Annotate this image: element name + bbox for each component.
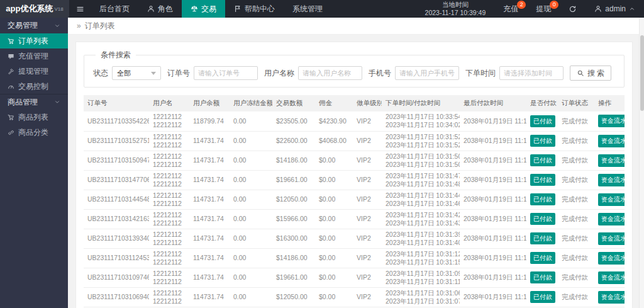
table-row: UB23111710314216381221211212212112114731…: [84, 209, 625, 229]
sidebar-item-withdraw-management[interactable]: 提现管理: [0, 64, 68, 79]
cell-user-name: 1221211212212112: [149, 111, 189, 131]
local-time-value: 2023-11-17 10:39:49: [425, 9, 486, 17]
cell-actions: 资金流水: [594, 287, 625, 307]
cell-order-status: 完成付款: [558, 248, 594, 268]
user-name-input[interactable]: [298, 66, 362, 80]
col-user-balance: 用户余额: [189, 95, 230, 111]
fund-flow-button[interactable]: 资金流水: [598, 232, 625, 245]
cell-user-name: 1221211212212112: [149, 248, 189, 268]
fund-flow-button[interactable]: 资金流水: [598, 193, 625, 206]
cell-paid: 已付款: [526, 170, 558, 190]
orders-table: 订单号 用户名 用户余额 用户冻结金额 交易数额 佣金 做单级别 下单时间/付款…: [84, 95, 625, 308]
fund-flow-button[interactable]: 资金流水: [598, 135, 625, 147]
nav-item-help-center[interactable]: 帮助中心: [225, 0, 284, 18]
cell-frozen-amount: 0.00: [230, 248, 272, 268]
cell-order-status: 完成付款: [558, 170, 594, 190]
sidebar-item-label: 商品分类: [18, 127, 48, 138]
fund-flow-button[interactable]: 资金流水: [598, 154, 625, 167]
cell-level: VIP2: [353, 111, 382, 131]
local-time: 当地时间 2023-11-17 10:39:49: [416, 0, 495, 18]
cell-order-status: 完成付款: [558, 229, 594, 248]
withdraw-button[interactable]: 提现 0: [527, 0, 560, 18]
cart-icon: [8, 38, 14, 45]
cell-last-pay-time: 2038年01月19日 11:14:07: [460, 151, 526, 170]
order-time-input[interactable]: [499, 66, 564, 80]
cell-last-pay-time: 2038年01月19日 11:14:07: [460, 190, 526, 209]
cell-user-balance: 118799.74: [189, 111, 230, 131]
cell-trade-amount: $22600.00: [272, 131, 315, 151]
phone-input[interactable]: [395, 66, 459, 80]
cell-level: VIP2: [353, 268, 382, 287]
nav-item-trade[interactable]: 交易: [182, 0, 225, 18]
flag-icon: [234, 5, 242, 13]
sidebar-item-order-list[interactable]: 订单列表: [0, 33, 68, 48]
fund-flow-button[interactable]: 资金流水: [598, 291, 625, 304]
cell-user-balance: 114731.74: [189, 209, 230, 229]
nav-label: 后台首页: [99, 4, 130, 14]
sidebar-item-trade-control[interactable]: 交易控制: [0, 79, 68, 94]
cell-level: VIP2: [353, 229, 382, 248]
cell-paid: 已付款: [526, 131, 558, 151]
nav-item-roles[interactable]: 角色: [138, 0, 182, 18]
admin-menu[interactable]: admin: [586, 0, 644, 18]
fund-flow-button[interactable]: 资金流水: [598, 271, 625, 284]
cell-last-pay-time: 2038年01月19日 11:14:07: [460, 287, 526, 307]
cell-order-status: 完成付款: [558, 209, 594, 229]
sidebar-group-trade-management[interactable]: 交易管理: [0, 18, 68, 33]
link-icon: [8, 129, 14, 136]
cell-commission: $0.00: [315, 248, 353, 268]
cell-actions: 资金流水: [594, 131, 625, 151]
cell-actions: 资金流水: [594, 248, 625, 268]
recharge-button[interactable]: 充值 2: [494, 0, 527, 18]
cell-order-status: 完成付款: [558, 151, 594, 170]
paid-badge: 已付款: [530, 154, 555, 166]
person-icon: [594, 5, 602, 13]
cell-order-no: UB2311171033542268: [84, 111, 149, 131]
nav-item-system[interactable]: 系统管理: [284, 0, 331, 18]
vertical-scrollbar[interactable]: [639, 18, 644, 308]
search-button[interactable]: 搜 索: [570, 66, 611, 81]
cell-paid: 已付款: [526, 268, 558, 287]
cell-paid: 已付款: [526, 287, 558, 307]
cell-order-status: 完成付款: [558, 190, 594, 209]
sidebar-item-recharge-management[interactable]: 充值管理: [0, 48, 68, 64]
cell-order-pay-time: 2023年11月17日 10:31:392023年11月17日 10:31:40: [382, 229, 460, 248]
sidebar-item-product-list[interactable]: 商品列表: [0, 110, 68, 125]
app-logo: app优化系统V18: [0, 0, 69, 18]
cell-actions: 资金流水: [594, 209, 625, 229]
cell-trade-amount: $19661.00: [272, 170, 315, 190]
sidebar-item-product-category[interactable]: 商品分类: [0, 125, 68, 140]
refresh-button[interactable]: [560, 0, 586, 18]
fund-flow-button[interactable]: 资金流水: [598, 174, 625, 186]
menu-toggle-button[interactable]: [69, 0, 91, 18]
cell-order-status: 完成付款: [558, 131, 594, 151]
cell-order-pay-time: 2023年11月17日 10:33:542023年11月17日 10:34:02: [382, 111, 460, 131]
nav-item-home[interactable]: 后台首页: [91, 0, 138, 18]
col-last-pay-time: 最后付款时间: [460, 95, 526, 111]
cell-frozen-amount: 0.00: [230, 131, 272, 151]
paid-badge: 已付款: [530, 174, 555, 186]
person-icon: [147, 5, 155, 13]
cell-user-name: 1221211212212112: [149, 170, 189, 190]
chevron-up-icon: [629, 6, 635, 12]
chevron-down-icon: [151, 72, 156, 75]
cart-icon: [8, 114, 14, 121]
cell-trade-amount: $14186.00: [272, 248, 315, 268]
nav-label: 角色: [158, 4, 173, 14]
hamburger-icon: [76, 5, 84, 13]
cell-commission: $0.00: [315, 229, 353, 248]
scrollbar-thumb[interactable]: [640, 35, 644, 111]
paid-badge: 已付款: [530, 232, 555, 244]
cell-commission: $0.00: [315, 287, 353, 307]
fund-flow-button[interactable]: 资金流水: [598, 115, 625, 127]
fund-flow-button[interactable]: 资金流水: [598, 252, 625, 265]
fund-flow-button[interactable]: 资金流水: [598, 213, 625, 225]
table-row: UB23111710310974611221211212212112114731…: [84, 268, 625, 287]
admin-username: admin: [605, 4, 626, 13]
status-select[interactable]: 全部: [112, 66, 161, 80]
order-no-input[interactable]: [194, 66, 258, 80]
sidebar: 交易管理 订单列表 充值管理 提现管理 交易控制 商品管理 商品列表 商品分类: [0, 18, 68, 308]
cell-last-pay-time: 2038年01月19日 11:14:07: [460, 170, 526, 190]
cell-paid: 已付款: [526, 248, 558, 268]
sidebar-group-product-management[interactable]: 商品管理: [0, 94, 68, 110]
